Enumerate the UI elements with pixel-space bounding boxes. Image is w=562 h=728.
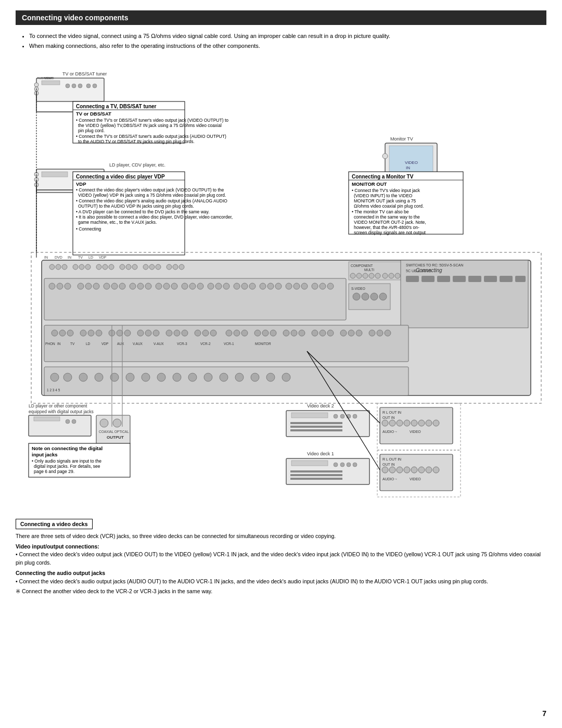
- svg-rect-260: [291, 461, 328, 466]
- svg-text:1    2    3     4    5: 1 2 3 4 5: [47, 388, 60, 392]
- svg-point-273: [397, 467, 403, 473]
- svg-point-107: [111, 283, 118, 289]
- svg-point-117: [197, 283, 203, 289]
- svg-text:• Connecting: • Connecting: [76, 226, 101, 232]
- svg-point-215: [282, 373, 290, 381]
- svg-text:Monitor TV: Monitor TV: [390, 136, 413, 142]
- svg-point-161: [145, 330, 151, 336]
- svg-point-169: [226, 330, 232, 336]
- svg-point-74: [79, 264, 84, 270]
- svg-text:OUT IN: OUT IN: [382, 416, 395, 419]
- svg-point-102: [65, 283, 71, 289]
- svg-text:MULTI: MULTI: [364, 268, 374, 272]
- svg-point-247: [382, 420, 388, 426]
- svg-point-112: [156, 283, 162, 289]
- svg-rect-143: [422, 276, 435, 282]
- svg-point-178: [312, 330, 318, 336]
- svg-text:AUDIO→: AUDIO→: [382, 477, 398, 481]
- svg-point-119: [215, 283, 222, 289]
- svg-point-170: [234, 330, 240, 336]
- svg-point-271: [382, 467, 388, 473]
- svg-text:equipped with digital output j: equipped with digital output jacks: [29, 409, 94, 414]
- svg-text:to the AUDIO TV or DBS/SAT IN : to the AUDIO TV or DBS/SAT IN jacks usin…: [78, 139, 195, 144]
- svg-point-118: [208, 283, 214, 289]
- decks-intro: There are three sets of video deck (VCR)…: [16, 532, 546, 541]
- svg-point-158: [117, 330, 123, 336]
- svg-point-203: [95, 373, 103, 381]
- svg-rect-242: [290, 426, 342, 428]
- svg-point-272: [389, 467, 395, 473]
- svg-text:VDP: VDP: [76, 181, 86, 187]
- svg-point-240: [353, 414, 357, 418]
- svg-point-116: [189, 283, 196, 289]
- svg-point-111: [145, 283, 151, 289]
- svg-point-82: [143, 264, 148, 270]
- svg-point-75: [85, 264, 91, 270]
- svg-text:LD player, CDV player, etc.: LD player, CDV player, etc.: [109, 162, 165, 168]
- svg-point-103: [78, 283, 84, 289]
- svg-point-109: [130, 283, 136, 289]
- svg-point-174: [270, 330, 276, 336]
- svg-rect-236: [291, 413, 328, 418]
- svg-point-252: [418, 420, 425, 426]
- svg-rect-145: [453, 276, 466, 282]
- svg-point-130: [312, 283, 318, 289]
- svg-rect-267: [290, 478, 342, 480]
- svg-point-124: [260, 283, 266, 289]
- svg-point-200: [50, 373, 59, 381]
- svg-text:pin plug cord.: pin plug cord.: [78, 128, 105, 133]
- svg-point-184: [369, 330, 375, 336]
- svg-point-164: [174, 330, 180, 336]
- svg-point-183: [356, 330, 362, 336]
- svg-text:• The monitor TV can also be: • The monitor TV can also be: [352, 209, 409, 214]
- svg-point-176: [291, 330, 297, 336]
- svg-rect-149: [515, 276, 526, 282]
- svg-point-222: [72, 419, 76, 424]
- svg-point-201: [63, 373, 72, 381]
- svg-point-212: [235, 373, 244, 381]
- svg-rect-243: [290, 429, 342, 431]
- svg-point-10: [34, 83, 39, 87]
- svg-point-167: [202, 330, 209, 336]
- svg-text:however, that the AVR-4800's o: however, that the AVR-4800's on-: [354, 225, 419, 230]
- svg-text:• Connect the video disc playe: • Connect the video disc player's video …: [76, 187, 224, 193]
- svg-text:Connecting a Monitor TV: Connecting a Monitor TV: [352, 174, 414, 180]
- svg-rect-144: [437, 276, 450, 282]
- svg-text:Note on connecting the digital: Note on connecting the digital: [32, 445, 103, 451]
- svg-point-202: [79, 373, 87, 381]
- svg-text:• A DVD player can be connecte: • A DVD player can be connected to the D…: [76, 209, 210, 214]
- svg-text:COMPONENT: COMPONENT: [351, 264, 373, 267]
- svg-point-151: [52, 330, 58, 336]
- svg-point-181: [340, 330, 347, 336]
- svg-point-261: [334, 463, 338, 467]
- svg-text:digital input jacks. For detai: digital input jacks. For details, see: [34, 464, 100, 469]
- svg-point-121: [234, 283, 240, 289]
- svg-rect-265: [290, 470, 342, 472]
- svg-text:IN: IN: [44, 256, 48, 259]
- svg-point-162: [153, 330, 159, 336]
- svg-point-152: [59, 330, 66, 336]
- svg-point-206: [142, 373, 150, 381]
- svg-point-87: [179, 264, 184, 270]
- svg-text:IN: IN: [57, 342, 61, 346]
- svg-point-168: [210, 330, 216, 336]
- svg-point-156: [96, 330, 102, 336]
- svg-point-250: [404, 420, 410, 426]
- svg-point-129: [301, 283, 308, 289]
- section-header: Connecting video components: [16, 10, 546, 25]
- svg-text:IN: IN: [406, 165, 410, 170]
- svg-text:VCR-3: VCR-3: [177, 342, 187, 346]
- svg-text:VIDEO: VIDEO: [410, 477, 421, 481]
- svg-text:V-AUX: V-AUX: [154, 342, 164, 346]
- svg-point-166: [195, 330, 201, 336]
- svg-point-122: [241, 283, 248, 289]
- svg-point-108: [119, 283, 125, 289]
- svg-point-98: [395, 273, 400, 278]
- svg-point-132: [327, 283, 334, 289]
- svg-point-77: [103, 264, 108, 270]
- svg-point-125: [267, 283, 274, 289]
- svg-point-78: [109, 264, 114, 270]
- svg-point-249: [397, 420, 403, 426]
- svg-point-94: [369, 273, 374, 278]
- svg-rect-146: [468, 276, 481, 282]
